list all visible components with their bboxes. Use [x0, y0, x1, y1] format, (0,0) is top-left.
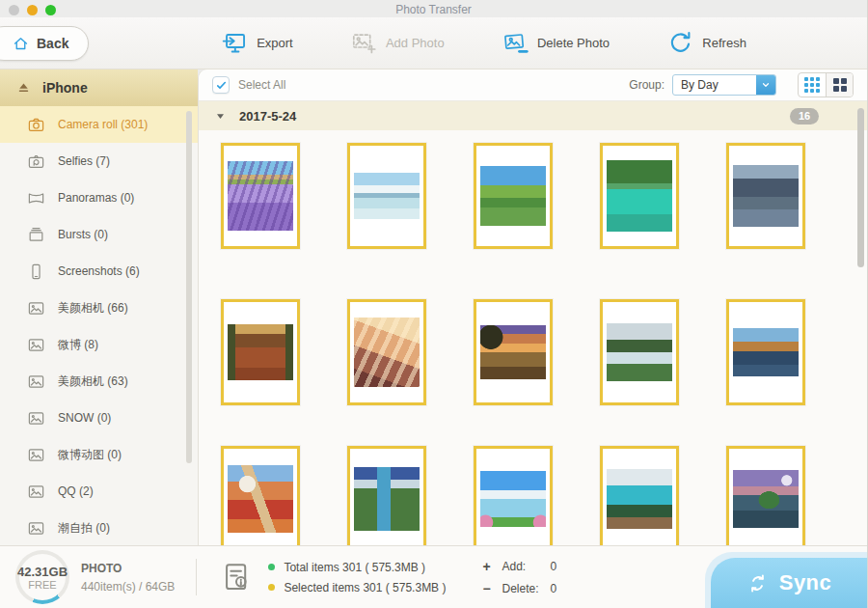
- album-icon: [27, 409, 45, 428]
- view-toggle: [798, 72, 854, 97]
- eject-icon[interactable]: [15, 80, 32, 97]
- photo-thumbnail-valley-lake[interactable]: [600, 299, 679, 405]
- select-all-checkbox[interactable]: [212, 76, 230, 94]
- valley-lake-photo: [607, 323, 672, 381]
- photo-thumbnail-fantasy-bridge[interactable]: [474, 446, 553, 545]
- canyon-rays-photo: [354, 318, 420, 387]
- delete-photo-button[interactable]: Delete Photo: [502, 30, 610, 56]
- dropdown-button[interactable]: [756, 75, 775, 95]
- delete-value: 0: [550, 582, 569, 595]
- sidebar-item-10[interactable]: QQ (2): [0, 473, 198, 510]
- sync-label: Sync: [779, 570, 832, 595]
- sidebar-item-11[interactable]: 潮自拍 (0): [0, 510, 198, 546]
- sync-button[interactable]: Sync: [711, 558, 867, 608]
- total-items-text: Total items 301 ( 575.3MB ): [284, 561, 425, 574]
- photo-thumbnail-autumn-path[interactable]: [221, 299, 300, 405]
- island-dusk-photo: [733, 470, 799, 528]
- sidebar-item-1[interactable]: Selfies (7): [0, 143, 198, 180]
- selfie-camera-icon: [27, 152, 45, 171]
- album-icon: [27, 446, 45, 464]
- free-space-label: FREE: [28, 579, 56, 591]
- titlebar: Photo Transfer: [0, 0, 867, 17]
- sidebar-item-9[interactable]: 微博动图 (0): [0, 436, 198, 473]
- statusbar: 42.31GB FREE PHOTO 440item(s) / 64GB Tot…: [0, 545, 867, 608]
- photo-thumbnail-river-valley[interactable]: [347, 446, 426, 545]
- small-grid-view-button[interactable]: [799, 73, 826, 97]
- photo-thumbnail-canyon-rays[interactable]: [347, 299, 426, 405]
- refresh-button[interactable]: Refresh: [667, 30, 746, 56]
- sidebar-scrollbar[interactable]: [186, 111, 192, 463]
- glacier-lake-photo: [354, 173, 420, 219]
- refresh-icon: [667, 30, 693, 56]
- group-label: Group:: [629, 78, 665, 92]
- sidebar-item-8[interactable]: SNOW (0): [0, 400, 198, 436]
- toolbar: Back Export Add Photo Delete Photo Refre…: [0, 17, 867, 69]
- add-label: Add:: [502, 560, 550, 573]
- back-button[interactable]: Back: [0, 26, 89, 61]
- moraine-lake-photo: [607, 469, 672, 529]
- export-button[interactable]: Export: [222, 30, 293, 56]
- green-lake-photo: [480, 166, 546, 226]
- window-title: Photo Transfer: [0, 3, 867, 16]
- category-label: PHOTO: [81, 562, 175, 575]
- photo-thumbnail-glacier-lake[interactable]: [347, 143, 426, 249]
- device-header[interactable]: iPhone: [0, 69, 198, 106]
- sidebar-item-0[interactable]: Camera roll (301): [0, 106, 198, 143]
- river-valley-photo: [354, 467, 420, 531]
- fantasy-bridge-photo: [480, 471, 546, 527]
- total-items-dot: [268, 564, 275, 570]
- album-icon: [27, 519, 45, 538]
- large-grid-view-button[interactable]: [826, 73, 853, 97]
- date-group-count-badge: 16: [790, 108, 819, 124]
- photo-thumbnail-autumn-lake[interactable]: [726, 299, 805, 405]
- add-photo-icon: [351, 30, 377, 56]
- toolbar-actions: Export Add Photo Delete Photo Refresh: [193, 17, 775, 69]
- album-icon: [27, 483, 45, 501]
- main-scrollbar[interactable]: [857, 108, 864, 267]
- photo-row: [221, 143, 867, 249]
- photo-transfer-window: { "window": { "title": "Photo Transfer" …: [0, 0, 868, 608]
- panorama-icon: [27, 189, 45, 207]
- sidebar-item-3[interactable]: Bursts (0): [0, 216, 198, 253]
- camera-icon: [27, 116, 45, 134]
- sidebar-item-5[interactable]: 美颜相机 (66): [0, 290, 198, 326]
- photo-thumbnail-moraine-lake[interactable]: [600, 446, 679, 545]
- selected-items-dot: [268, 584, 275, 591]
- summary-info-icon: [220, 560, 253, 594]
- chevron-down-icon: [760, 79, 772, 91]
- photo-grid: [199, 130, 867, 545]
- plus-icon: +: [482, 559, 502, 574]
- small-grid-icon: [804, 77, 820, 93]
- lagoon-photo: [607, 160, 672, 232]
- photo-thumbnail-lagoon[interactable]: [600, 143, 679, 249]
- photo-thumbnail-karst[interactable]: [726, 143, 805, 249]
- device-name: iPhone: [42, 80, 88, 96]
- large-grid-icon: [833, 78, 847, 92]
- photo-thumbnail-island-dusk[interactable]: [726, 446, 805, 545]
- group-by-value: By Day: [673, 78, 756, 92]
- bursts-icon: [27, 226, 45, 244]
- group-by-dropdown[interactable]: By Day: [672, 74, 776, 96]
- add-value: 0: [550, 560, 569, 573]
- autumn-lake-photo: [733, 328, 799, 376]
- sidebar-item-4[interactable]: Screenshots (6): [0, 253, 198, 290]
- photo-thumbnail-green-lake[interactable]: [474, 143, 553, 249]
- painted-village-photo: [228, 465, 293, 533]
- date-group-header[interactable]: 2017-5-24 16: [199, 101, 867, 130]
- sidebar-item-6[interactable]: 微博 (8): [0, 326, 198, 363]
- storage-gauge: 42.31GB FREE: [15, 550, 69, 604]
- album-icon: [27, 373, 45, 391]
- autumn-path-photo: [228, 324, 293, 380]
- photo-thumbnail-lavender-field[interactable]: [221, 143, 300, 249]
- photo-thumbnail-painted-village[interactable]: [221, 446, 300, 545]
- sidebar-item-2[interactable]: Panoramas (0): [0, 180, 198, 216]
- photo-thumbnail-sunset-field[interactable]: [474, 299, 553, 405]
- app-body: iPhone Camera roll (301) Selfies (7) Pan…: [0, 69, 867, 545]
- photo-row: [221, 299, 867, 405]
- back-label: Back: [37, 36, 68, 51]
- collapse-triangle-icon[interactable]: [214, 110, 227, 123]
- select-all-label: Select All: [238, 78, 285, 92]
- check-icon: [215, 79, 228, 92]
- add-photo-button[interactable]: Add Photo: [351, 30, 445, 56]
- sidebar-item-7[interactable]: 美颜相机 (63): [0, 363, 198, 400]
